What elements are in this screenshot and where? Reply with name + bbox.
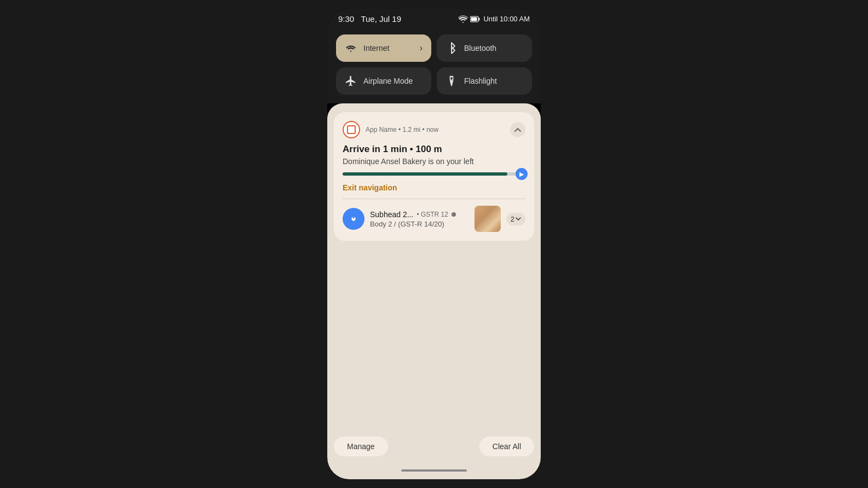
notification-actions: Manage Clear All xyxy=(327,431,541,465)
svg-rect-6 xyxy=(450,77,452,79)
svg-rect-1 xyxy=(479,18,480,20)
progress-arrow: ▶ xyxy=(519,171,524,178)
flashlight-tile[interactable]: Flashlight xyxy=(437,67,532,95)
notif-meta: App Name • 1.2 mi • now xyxy=(366,126,438,133)
chevron-up-icon xyxy=(514,127,521,132)
badge-count: 2 xyxy=(511,215,514,223)
battery-text: Until 10:00 AM xyxy=(483,15,530,23)
exit-navigation-button[interactable]: Exit navigation xyxy=(343,183,525,192)
subcard-tag-value: GSTR 12 xyxy=(421,211,448,218)
internet-chevron: › xyxy=(420,43,423,53)
airplane-icon xyxy=(345,75,357,87)
bluetooth-tile[interactable]: Bluetooth xyxy=(437,34,532,62)
subcard-thumbnail xyxy=(474,206,501,232)
progress-thumb: ▶ xyxy=(516,168,528,180)
wifi-tile-icon xyxy=(345,44,356,53)
notif-divider xyxy=(343,199,525,199)
subcard-icon xyxy=(343,208,364,230)
notif-time-dist: 1.2 mi • now xyxy=(403,126,439,133)
home-indicator-area xyxy=(327,465,541,479)
flashlight-label: Flashlight xyxy=(464,77,523,85)
badge-chevron-icon xyxy=(516,217,521,220)
progress-fill xyxy=(343,172,507,176)
clear-all-button[interactable]: Clear All xyxy=(479,437,534,456)
subcard-app-icon xyxy=(348,213,360,225)
status-right: Until 10:00 AM xyxy=(458,15,530,23)
svg-rect-2 xyxy=(471,17,477,21)
subcard-tag: • GSTR 12 xyxy=(416,211,448,218)
quick-settings-panel: Internet › Bluetooth Airplane Mode xyxy=(327,28,541,103)
status-bar: 9:30 Tue, Jul 19 Until 10:00 AM xyxy=(327,9,541,28)
notification-spacer xyxy=(334,246,534,420)
notif-header: App Name • 1.2 mi • now xyxy=(343,121,525,138)
nav-app-icon-inner xyxy=(347,125,356,134)
nav-title: Arrive in 1 min • 100 m xyxy=(343,144,525,155)
notif-header-left: App Name • 1.2 mi • now xyxy=(343,121,438,138)
bluetooth-tile-icon xyxy=(447,42,456,54)
time-text: 9:30 xyxy=(338,14,354,24)
flashlight-tile-icon xyxy=(446,75,457,87)
notif-app-name: App Name xyxy=(366,126,397,133)
notif-meta-separator: • xyxy=(398,126,403,133)
subcard-notification: Subhead 2... • GSTR 12 Body 2 / (GST-R 1… xyxy=(343,206,525,232)
nav-app-icon xyxy=(343,121,360,138)
subcard-content: Subhead 2... • GSTR 12 Body 2 / (GST-R 1… xyxy=(370,210,469,228)
notification-area: App Name • 1.2 mi • now Arrive in 1 min … xyxy=(327,103,541,431)
status-time: 9:30 Tue, Jul 19 xyxy=(338,14,401,24)
navigation-notification-card: App Name • 1.2 mi • now Arrive in 1 min … xyxy=(334,112,534,241)
svg-marker-5 xyxy=(450,80,454,86)
notif-collapse-button[interactable] xyxy=(510,122,525,137)
manage-button[interactable]: Manage xyxy=(334,437,388,456)
subcard-title-row: Subhead 2... • GSTR 12 xyxy=(370,210,469,219)
status-icons xyxy=(458,15,480,23)
subcard-badge[interactable]: 2 xyxy=(506,213,525,225)
airplane-tile-icon xyxy=(345,75,357,87)
bluetooth-icon xyxy=(445,42,458,54)
phone-frame: 9:30 Tue, Jul 19 Until 10:00 AM xyxy=(327,9,541,479)
bluetooth-label: Bluetooth xyxy=(464,44,523,53)
notification-dot xyxy=(452,212,456,217)
internet-label: Internet xyxy=(363,44,413,53)
flashlight-icon xyxy=(445,75,458,87)
wifi-qs-icon xyxy=(345,42,357,54)
subcard-subtitle: Body 2 / (GST-R 14/20) xyxy=(370,220,469,228)
nav-progress-bar[interactable]: ▶ xyxy=(343,172,525,176)
airplane-label: Airplane Mode xyxy=(363,77,423,85)
wifi-icon xyxy=(458,15,468,23)
airplane-tile[interactable]: Airplane Mode xyxy=(336,67,431,95)
nav-subtitle: Dominique Ansel Bakery is on your left xyxy=(343,157,525,166)
home-indicator[interactable] xyxy=(401,469,467,472)
battery-icon xyxy=(470,16,480,22)
internet-tile[interactable]: Internet › xyxy=(336,34,431,62)
date-text: Tue, Jul 19 xyxy=(361,14,401,24)
subcard-title: Subhead 2... xyxy=(370,210,413,219)
